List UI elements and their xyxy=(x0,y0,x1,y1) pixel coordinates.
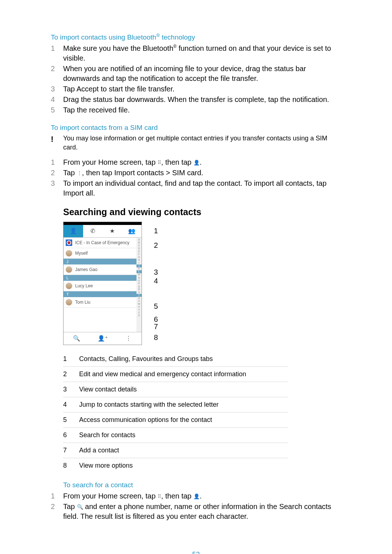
step-item: Tap the received file. xyxy=(51,105,341,115)
step-item: Make sure you have the Bluetooth® functi… xyxy=(51,44,341,63)
contact-name: Lucy Lee xyxy=(75,283,93,288)
legend-row: 1Contacts, Calling, Favourites and Group… xyxy=(63,352,288,367)
myself-label: Myself xyxy=(75,251,88,256)
ice-label: ICE - In Case of Emergency xyxy=(75,240,129,245)
alpha-index[interactable]: ABCDEFGHIJKLMNOPQRSTUVWXYZ# xyxy=(136,238,142,332)
step-item: Tap 🔍 and enter a phone number, name or … xyxy=(51,502,341,521)
legend-num: 1 xyxy=(63,352,79,367)
tab-calling[interactable]: ✆ xyxy=(83,225,103,237)
legend-text: Contacts, Calling, Favourites and Groups… xyxy=(79,352,288,367)
legend-text: Jump to contacts starting with the selec… xyxy=(79,397,288,412)
legend-row: 6Search for contacts xyxy=(63,427,288,443)
warning-icon: ! xyxy=(51,134,53,145)
legend-num: 4 xyxy=(63,397,79,412)
legend-num: 8 xyxy=(63,458,79,473)
tab-favourites[interactable]: ★ xyxy=(103,225,122,237)
index-letter[interactable]: D xyxy=(136,247,142,250)
legend-table: 1Contacts, Calling, Favourites and Group… xyxy=(63,352,288,473)
contact-row[interactable]: Tom Liu xyxy=(64,297,142,308)
callout-7: 7 xyxy=(154,323,158,331)
index-letter[interactable]: I xyxy=(136,262,142,264)
step-item: Tap ⋮, then tap Import contacts > SIM ca… xyxy=(51,168,341,178)
tabs: 👤 ✆ ★ 👥 xyxy=(64,225,142,238)
more-options-button[interactable]: ⋮ xyxy=(115,332,142,345)
index-letter[interactable]: J xyxy=(136,264,142,267)
callout-2: 2 xyxy=(154,241,158,250)
step-item: From your Home screen, tap ⠿, then tap 👤… xyxy=(51,491,341,501)
legend-row: 8View more options xyxy=(63,458,288,473)
heading-searching: Searching and viewing contacts xyxy=(63,207,341,217)
callout-1: 1 xyxy=(154,227,158,235)
index-letter[interactable]: H xyxy=(136,259,142,262)
index-letter[interactable]: T xyxy=(136,294,142,297)
reg-mark: ® xyxy=(156,33,160,38)
legend-text: View more options xyxy=(79,458,288,473)
legend-row: 3View contact details xyxy=(63,382,288,397)
contact-name: James Gao xyxy=(75,267,97,272)
index-letter[interactable]: V xyxy=(136,300,142,303)
index-letter[interactable]: R xyxy=(136,288,142,291)
avatar xyxy=(66,283,72,289)
inline-icon: ⠿ xyxy=(158,159,161,166)
callout-4: 4 xyxy=(154,277,158,285)
legend-text: Edit and view medical and emergency cont… xyxy=(79,366,288,382)
index-letter[interactable]: U xyxy=(136,297,142,300)
tab-contacts[interactable]: 👤 xyxy=(64,225,83,237)
index-letter[interactable]: Y xyxy=(136,308,142,311)
legend-num: 2 xyxy=(63,366,79,382)
myself-row[interactable]: Myself xyxy=(64,248,142,259)
contact-list: ICE - In Case of Emergency Myself J Jame… xyxy=(64,238,142,332)
legend-num: 3 xyxy=(63,382,79,397)
inline-icon: ⠿ xyxy=(158,493,161,500)
legend-row: 5Access communication options for the co… xyxy=(63,412,288,427)
heading-bluetooth: To import contacts using Bluetooth® tech… xyxy=(51,33,341,41)
contact-row[interactable]: Lucy Lee xyxy=(64,281,142,291)
index-letter[interactable]: Z xyxy=(136,311,142,314)
index-letter[interactable]: X xyxy=(136,305,142,308)
steps-bluetooth: Make sure you have the Bluetooth® functi… xyxy=(51,44,341,115)
index-letter[interactable]: A xyxy=(136,238,142,241)
phone-mock: 👤 ✆ ★ 👥 ICE - In Case of Emergency Mysel… xyxy=(63,222,142,345)
index-letter[interactable]: B xyxy=(136,241,142,244)
avatar xyxy=(66,250,72,257)
step-item: Tap Accept to start the file transfer. xyxy=(51,84,341,94)
index-letter[interactable]: W xyxy=(136,303,142,305)
steps-search: From your Home screen, tap ⠿, then tap 👤… xyxy=(51,491,341,521)
heading-search-contact: To search for a contact xyxy=(63,481,341,489)
index-letter[interactable]: G xyxy=(136,256,142,259)
contact-row[interactable]: James Gao xyxy=(64,264,142,275)
legend-num: 5 xyxy=(63,412,79,427)
index-letter[interactable]: C xyxy=(136,244,142,247)
legend-text: Access communication options for the con… xyxy=(79,412,288,427)
inline-icon: 👤 xyxy=(193,159,200,166)
status-bar xyxy=(64,222,142,225)
tab-groups[interactable]: 👥 xyxy=(122,225,142,237)
index-letter[interactable]: O xyxy=(136,279,142,282)
avatar xyxy=(66,299,72,305)
callout-3: 3 xyxy=(154,268,158,276)
index-letter[interactable]: K xyxy=(136,267,142,270)
ice-icon xyxy=(66,239,72,246)
index-letter[interactable]: M xyxy=(136,273,142,276)
index-letter[interactable]: Q xyxy=(136,285,142,288)
legend-row: 7Add a contact xyxy=(63,443,288,458)
add-contact-button[interactable]: 👤⁺ xyxy=(90,332,116,345)
letter-header: L xyxy=(64,275,142,281)
index-letter[interactable]: P xyxy=(136,282,142,285)
legend-text: View contact details xyxy=(79,382,288,397)
index-letter[interactable]: N xyxy=(136,276,142,279)
search-button[interactable]: 🔍 xyxy=(64,332,90,345)
ice-row[interactable]: ICE - In Case of Emergency xyxy=(64,238,142,248)
legend-text: Add a contact xyxy=(79,443,288,458)
warning-text: You may lose information or get multiple… xyxy=(63,135,327,151)
index-letter[interactable]: F xyxy=(136,253,142,256)
index-letter[interactable]: E xyxy=(136,250,142,253)
index-letter[interactable]: S xyxy=(136,291,142,294)
avatar xyxy=(66,266,72,273)
legend-row: 2Edit and view medical and emergency con… xyxy=(63,366,288,382)
index-letter[interactable]: L xyxy=(136,270,142,273)
steps-sim: From your Home screen, tap ⠿, then tap 👤… xyxy=(51,157,341,198)
legend-text: Search for contacts xyxy=(79,427,288,443)
index-letter[interactable]: # xyxy=(136,314,142,317)
step-item: Drag the status bar downwards. When the … xyxy=(51,95,341,104)
